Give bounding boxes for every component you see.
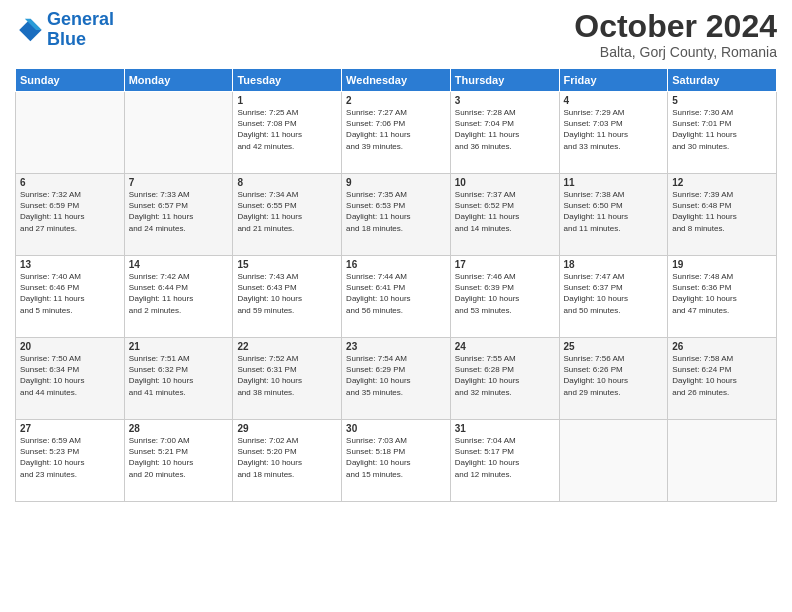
calendar-cell: 23Sunrise: 7:54 AMSunset: 6:29 PMDayligh… [342,338,451,420]
calendar-cell [668,420,777,502]
calendar-page: General Blue October 2024 Balta, Gorj Co… [0,0,792,612]
day-info: Sunrise: 7:27 AMSunset: 7:06 PMDaylight:… [346,107,446,152]
day-number: 17 [455,259,555,270]
day-number: 9 [346,177,446,188]
day-info: Sunrise: 7:52 AMSunset: 6:31 PMDaylight:… [237,353,337,398]
calendar-week-row: 1Sunrise: 7:25 AMSunset: 7:08 PMDaylight… [16,92,777,174]
calendar-cell: 21Sunrise: 7:51 AMSunset: 6:32 PMDayligh… [124,338,233,420]
th-tuesday: Tuesday [233,69,342,92]
day-info: Sunrise: 7:39 AMSunset: 6:48 PMDaylight:… [672,189,772,234]
day-info: Sunrise: 7:54 AMSunset: 6:29 PMDaylight:… [346,353,446,398]
day-info: Sunrise: 7:42 AMSunset: 6:44 PMDaylight:… [129,271,229,316]
calendar-cell: 25Sunrise: 7:56 AMSunset: 6:26 PMDayligh… [559,338,668,420]
day-info: Sunrise: 7:04 AMSunset: 5:17 PMDaylight:… [455,435,555,480]
calendar-cell [124,92,233,174]
calendar-cell: 14Sunrise: 7:42 AMSunset: 6:44 PMDayligh… [124,256,233,338]
calendar-cell: 7Sunrise: 7:33 AMSunset: 6:57 PMDaylight… [124,174,233,256]
calendar-header: General Blue October 2024 Balta, Gorj Co… [15,10,777,60]
day-number: 30 [346,423,446,434]
day-number: 16 [346,259,446,270]
logo-icon [15,16,43,44]
day-info: Sunrise: 7:48 AMSunset: 6:36 PMDaylight:… [672,271,772,316]
calendar-cell: 12Sunrise: 7:39 AMSunset: 6:48 PMDayligh… [668,174,777,256]
day-info: Sunrise: 7:58 AMSunset: 6:24 PMDaylight:… [672,353,772,398]
day-number: 19 [672,259,772,270]
day-info: Sunrise: 7:43 AMSunset: 6:43 PMDaylight:… [237,271,337,316]
calendar-cell: 29Sunrise: 7:02 AMSunset: 5:20 PMDayligh… [233,420,342,502]
day-info: Sunrise: 7:46 AMSunset: 6:39 PMDaylight:… [455,271,555,316]
logo: General Blue [15,10,114,50]
day-number: 2 [346,95,446,106]
calendar-cell: 16Sunrise: 7:44 AMSunset: 6:41 PMDayligh… [342,256,451,338]
day-number: 24 [455,341,555,352]
day-number: 25 [564,341,664,352]
calendar-cell: 19Sunrise: 7:48 AMSunset: 6:36 PMDayligh… [668,256,777,338]
calendar-cell: 26Sunrise: 7:58 AMSunset: 6:24 PMDayligh… [668,338,777,420]
calendar-cell: 11Sunrise: 7:38 AMSunset: 6:50 PMDayligh… [559,174,668,256]
day-info: Sunrise: 7:51 AMSunset: 6:32 PMDaylight:… [129,353,229,398]
day-info: Sunrise: 7:32 AMSunset: 6:59 PMDaylight:… [20,189,120,234]
day-number: 1 [237,95,337,106]
day-info: Sunrise: 7:40 AMSunset: 6:46 PMDaylight:… [20,271,120,316]
day-number: 14 [129,259,229,270]
calendar-cell: 13Sunrise: 7:40 AMSunset: 6:46 PMDayligh… [16,256,125,338]
day-info: Sunrise: 6:59 AMSunset: 5:23 PMDaylight:… [20,435,120,480]
calendar-cell: 28Sunrise: 7:00 AMSunset: 5:21 PMDayligh… [124,420,233,502]
calendar-cell: 2Sunrise: 7:27 AMSunset: 7:06 PMDaylight… [342,92,451,174]
calendar-cell: 6Sunrise: 7:32 AMSunset: 6:59 PMDaylight… [16,174,125,256]
calendar-cell: 4Sunrise: 7:29 AMSunset: 7:03 PMDaylight… [559,92,668,174]
calendar-cell: 5Sunrise: 7:30 AMSunset: 7:01 PMDaylight… [668,92,777,174]
th-sunday: Sunday [16,69,125,92]
calendar-cell: 27Sunrise: 6:59 AMSunset: 5:23 PMDayligh… [16,420,125,502]
day-number: 11 [564,177,664,188]
day-number: 26 [672,341,772,352]
day-info: Sunrise: 7:37 AMSunset: 6:52 PMDaylight:… [455,189,555,234]
th-monday: Monday [124,69,233,92]
day-info: Sunrise: 7:30 AMSunset: 7:01 PMDaylight:… [672,107,772,152]
day-info: Sunrise: 7:56 AMSunset: 6:26 PMDaylight:… [564,353,664,398]
day-number: 31 [455,423,555,434]
day-number: 5 [672,95,772,106]
day-info: Sunrise: 7:03 AMSunset: 5:18 PMDaylight:… [346,435,446,480]
day-number: 3 [455,95,555,106]
day-number: 7 [129,177,229,188]
day-info: Sunrise: 7:34 AMSunset: 6:55 PMDaylight:… [237,189,337,234]
day-number: 10 [455,177,555,188]
day-number: 28 [129,423,229,434]
calendar-cell: 24Sunrise: 7:55 AMSunset: 6:28 PMDayligh… [450,338,559,420]
day-info: Sunrise: 7:25 AMSunset: 7:08 PMDaylight:… [237,107,337,152]
calendar-cell: 15Sunrise: 7:43 AMSunset: 6:43 PMDayligh… [233,256,342,338]
day-number: 8 [237,177,337,188]
calendar-subtitle: Balta, Gorj County, Romania [574,44,777,60]
calendar-table: Sunday Monday Tuesday Wednesday Thursday… [15,68,777,502]
calendar-cell: 31Sunrise: 7:04 AMSunset: 5:17 PMDayligh… [450,420,559,502]
day-number: 4 [564,95,664,106]
calendar-cell: 1Sunrise: 7:25 AMSunset: 7:08 PMDaylight… [233,92,342,174]
day-number: 27 [20,423,120,434]
calendar-week-row: 6Sunrise: 7:32 AMSunset: 6:59 PMDaylight… [16,174,777,256]
calendar-cell [16,92,125,174]
logo-text: General Blue [47,10,114,50]
calendar-cell [559,420,668,502]
th-thursday: Thursday [450,69,559,92]
calendar-cell: 18Sunrise: 7:47 AMSunset: 6:37 PMDayligh… [559,256,668,338]
day-number: 21 [129,341,229,352]
calendar-title: October 2024 [574,10,777,42]
calendar-cell: 30Sunrise: 7:03 AMSunset: 5:18 PMDayligh… [342,420,451,502]
calendar-cell: 17Sunrise: 7:46 AMSunset: 6:39 PMDayligh… [450,256,559,338]
logo-general: General [47,9,114,29]
day-number: 20 [20,341,120,352]
calendar-week-row: 13Sunrise: 7:40 AMSunset: 6:46 PMDayligh… [16,256,777,338]
logo-blue: Blue [47,29,86,49]
calendar-week-row: 20Sunrise: 7:50 AMSunset: 6:34 PMDayligh… [16,338,777,420]
day-info: Sunrise: 7:02 AMSunset: 5:20 PMDaylight:… [237,435,337,480]
day-info: Sunrise: 7:44 AMSunset: 6:41 PMDaylight:… [346,271,446,316]
day-info: Sunrise: 7:00 AMSunset: 5:21 PMDaylight:… [129,435,229,480]
day-info: Sunrise: 7:38 AMSunset: 6:50 PMDaylight:… [564,189,664,234]
day-number: 29 [237,423,337,434]
calendar-cell: 22Sunrise: 7:52 AMSunset: 6:31 PMDayligh… [233,338,342,420]
calendar-cell: 10Sunrise: 7:37 AMSunset: 6:52 PMDayligh… [450,174,559,256]
calendar-cell: 9Sunrise: 7:35 AMSunset: 6:53 PMDaylight… [342,174,451,256]
day-number: 15 [237,259,337,270]
day-number: 22 [237,341,337,352]
